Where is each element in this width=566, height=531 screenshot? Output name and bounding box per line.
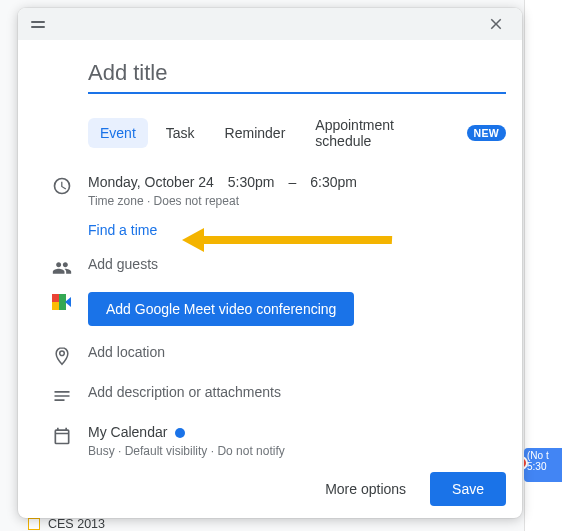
calendar-row[interactable]: My Calendar Busy · Default visibility · … <box>36 424 506 458</box>
clock-icon <box>52 176 72 196</box>
close-icon <box>487 15 505 33</box>
google-meet-icon <box>52 294 72 310</box>
quick-create-event-modal: Event Task Reminder Appointment schedule… <box>18 8 522 518</box>
new-badge: NEW <box>467 125 506 141</box>
calendar-icon <box>52 426 72 446</box>
calendar-sub: Busy · Default visibility · Do not notif… <box>88 444 506 458</box>
event-date: Monday, October 24 <box>88 174 214 190</box>
calendar-color-dot <box>175 428 185 438</box>
meet-row: Add Google Meet video conferencing <box>36 292 506 326</box>
tab-event[interactable]: Event <box>88 118 148 148</box>
datetime-picker[interactable]: Monday, October 24 5:30pm – 6:30pm <box>88 174 506 190</box>
guests-placeholder: Add guests <box>88 256 506 272</box>
save-button[interactable]: Save <box>430 472 506 506</box>
time-dash: – <box>289 174 297 190</box>
event-type-tabs: Event Task Reminder Appointment schedule… <box>88 110 506 156</box>
datetime-row: Monday, October 24 5:30pm – 6:30pm Time … <box>36 174 506 238</box>
description-placeholder: Add description or attachments <box>88 384 506 400</box>
description-icon <box>52 386 72 406</box>
find-a-time-link[interactable]: Find a time <box>88 222 157 238</box>
datetime-subtext: Time zone · Does not repeat <box>88 194 506 208</box>
guests-row[interactable]: Add guests <box>36 256 506 278</box>
tab-reminder[interactable]: Reminder <box>213 118 298 148</box>
modal-footer: More options Save <box>18 458 522 522</box>
calendar-name: My Calendar <box>88 424 167 440</box>
tab-task[interactable]: Task <box>154 118 207 148</box>
modal-topbar <box>18 8 522 40</box>
location-icon <box>52 346 72 366</box>
event-title-input[interactable] <box>88 54 506 94</box>
drag-handle-icon[interactable] <box>28 14 48 34</box>
background-event-chip[interactable]: (No t 5:30 <box>524 448 562 482</box>
add-google-meet-button[interactable]: Add Google Meet video conferencing <box>88 292 354 326</box>
description-row[interactable]: Add description or attachments <box>36 384 506 406</box>
tab-appointment-schedule[interactable]: Appointment schedule <box>303 110 460 156</box>
location-placeholder: Add location <box>88 344 506 360</box>
close-button[interactable] <box>480 8 512 40</box>
bg-event-title: (No t <box>527 450 559 461</box>
more-options-button[interactable]: More options <box>313 473 418 505</box>
bg-event-time: 5:30 <box>527 461 559 472</box>
location-row[interactable]: Add location <box>36 344 506 366</box>
modal-content: Event Task Reminder Appointment schedule… <box>18 40 522 458</box>
start-time: 5:30pm <box>228 174 275 190</box>
people-icon <box>52 258 72 278</box>
end-time: 6:30pm <box>310 174 357 190</box>
